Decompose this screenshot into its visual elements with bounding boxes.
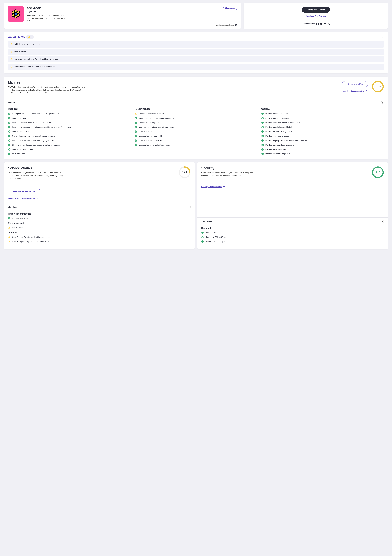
android-icon xyxy=(324,23,326,25)
svg-rect-6 xyxy=(29,37,29,37)
check-item: Manifest has share_target field xyxy=(261,153,384,155)
refresh-icon[interactable] xyxy=(235,24,237,26)
svg-point-60 xyxy=(201,240,204,243)
check-item: Short name is the correct minimum length… xyxy=(8,139,131,142)
action-items-count-badge: 4 xyxy=(26,35,34,39)
share-icon xyxy=(222,7,224,9)
manifest-view-details-toggle[interactable]: View Details ▼ xyxy=(4,98,388,106)
app-icon xyxy=(8,6,24,22)
svg-rect-9 xyxy=(11,45,12,45)
svg-point-25 xyxy=(8,144,10,146)
security-doc-link[interactable]: Security Documentation xyxy=(201,185,369,188)
svg-point-40 xyxy=(261,126,264,128)
manifest-doc-link[interactable]: Manifest Documentation xyxy=(343,90,367,92)
package-for-stores-button[interactable]: Package For Stores xyxy=(302,7,330,13)
manifest-title: Manifest xyxy=(8,80,338,84)
check-item: Manifest has name field xyxy=(8,130,131,133)
check-item: Uses HTTPS xyxy=(201,232,384,234)
check-item: Manifest has display override field xyxy=(261,126,384,128)
svg-point-26 xyxy=(8,148,10,151)
check-item: Description field doesn't have leading o… xyxy=(8,112,131,115)
svg-point-24 xyxy=(8,139,10,142)
share-score-button[interactable]: Share score xyxy=(220,6,237,10)
required-heading: Required xyxy=(201,227,384,230)
check-item: Icons should have one icon with purpose … xyxy=(8,126,131,128)
service-worker-doc-link[interactable]: Service Worker Documentation xyxy=(8,197,176,199)
sw-view-details-toggle[interactable]: View Details ▼ xyxy=(4,203,195,211)
check-item: Name field doesn't have leading or trail… xyxy=(8,135,131,137)
check-item: Manifest has categories field xyxy=(261,112,384,115)
manifest-score-ring: 27 / 28 xyxy=(372,80,384,93)
svg-point-41 xyxy=(261,131,264,133)
svg-point-22 xyxy=(8,131,10,133)
action-item[interactable]: Uses Background Sync for a rich offline … xyxy=(8,56,384,62)
check-item: Uses Periodic Sync for a rich offline ex… xyxy=(8,236,191,238)
required-heading: Required xyxy=(8,108,131,110)
check-item: Manifest has screenshots field xyxy=(135,139,257,142)
svg-point-44 xyxy=(261,144,264,146)
svg-point-36 xyxy=(135,144,137,146)
svg-point-19 xyxy=(8,117,10,119)
edit-manifest-button[interactable]: Edit Your Manifest xyxy=(342,81,368,87)
check-item: Manifest specifies a default direction o… xyxy=(261,122,384,124)
check-item: Uses Background Sync for a rich offline … xyxy=(8,240,191,243)
recommended-heading: Recommended xyxy=(8,222,191,224)
meta-icon xyxy=(328,23,330,25)
action-item[interactable]: Uses Periodic Sync for a rich offline ex… xyxy=(8,64,384,70)
warning-icon xyxy=(28,36,31,38)
service-worker-card: Service Worker PWABuilder has analyzed y… xyxy=(4,162,195,249)
generate-service-worker-button[interactable]: Generate Service Worker xyxy=(8,188,40,194)
chevron-down-icon: ▼ xyxy=(381,220,384,223)
svg-point-30 xyxy=(135,117,137,119)
optional-heading: Optional xyxy=(8,232,191,234)
svg-point-57 xyxy=(373,167,383,178)
action-item[interactable]: Works Offline xyxy=(8,49,384,55)
security-description: PWABuilder has done a basic analysis of … xyxy=(201,171,257,177)
svg-point-35 xyxy=(135,139,137,142)
svg-point-46 xyxy=(261,153,264,155)
svg-rect-10 xyxy=(11,51,12,52)
svg-point-23 xyxy=(8,135,10,137)
sw-score-ring: 1 / 4 xyxy=(179,166,191,178)
svg-rect-51 xyxy=(9,228,9,228)
last-tested-text: Last tested seconds ago xyxy=(216,24,234,26)
svg-rect-28 xyxy=(136,113,136,114)
svg-point-18 xyxy=(8,113,10,115)
check-item: Has a valid SSL certificate xyxy=(201,236,384,238)
app-description: SVGcode is a Progressive Web App that le… xyxy=(27,14,69,22)
optional-heading: Optional xyxy=(261,108,384,110)
arrow-right-icon xyxy=(365,90,367,92)
manifest-description: PWABuilder has analyzed your Web Manifes… xyxy=(8,86,86,94)
svg-rect-54 xyxy=(9,241,9,242)
check-item: Manifest has IARC Rating ID field xyxy=(261,130,384,133)
arrow-right-icon xyxy=(36,197,38,199)
windows-icon xyxy=(316,23,319,25)
check-item: No mixed content on page xyxy=(201,240,384,243)
security-card: Security PWABuilder has done a basic ana… xyxy=(197,162,388,249)
check-item: Has a Service Worker xyxy=(8,217,191,220)
check-item: Manifest has icons field xyxy=(8,117,131,120)
service-worker-description: PWABuilder has analyzed your Service Wor… xyxy=(8,171,63,180)
check-item: Icons have at least one icon with purpos… xyxy=(135,126,257,128)
svg-point-33 xyxy=(135,131,137,133)
svg-rect-4 xyxy=(316,24,317,25)
svg-rect-11 xyxy=(11,52,12,53)
check-item: Manifest has hex encoded background colo… xyxy=(135,117,257,120)
svg-rect-52 xyxy=(9,237,9,237)
collapse-toggle[interactable]: ▼ xyxy=(381,36,384,38)
svg-point-17 xyxy=(373,81,383,92)
svg-point-31 xyxy=(135,122,137,124)
app-header-card: SVGcode svgco.de/ SVGcode is a Progressi… xyxy=(4,3,241,29)
svg-rect-12 xyxy=(11,59,12,60)
svg-rect-3 xyxy=(318,23,319,23)
svg-rect-15 xyxy=(11,67,12,68)
check-item: Works Offline xyxy=(8,226,191,229)
svg-point-37 xyxy=(261,113,264,115)
download-test-package-link[interactable]: Download Test Package xyxy=(306,15,326,17)
check-item: Manifest has an app ID xyxy=(135,130,257,133)
security-view-details-toggle[interactable]: View Details ▼ xyxy=(197,217,388,225)
security-score-ring: 3 / 3 xyxy=(372,166,384,178)
check-item: Icons have at least one PNG icon 512x512… xyxy=(8,122,131,124)
action-item[interactable]: Add shortcuts to your manifest xyxy=(8,41,384,47)
action-items-title: Action Items 4 xyxy=(8,35,34,39)
